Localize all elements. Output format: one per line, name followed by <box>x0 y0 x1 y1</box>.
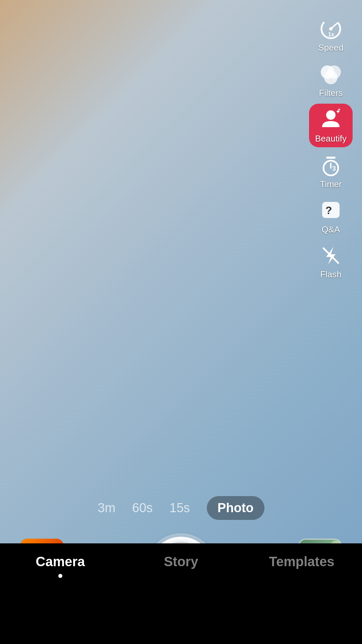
nav-label-camera: Camera <box>36 554 85 569</box>
flash-icon <box>319 244 343 268</box>
nav-item-camera[interactable]: Camera <box>0 551 121 578</box>
svg-point-2 <box>329 27 333 31</box>
qa-icon: ? <box>319 199 343 223</box>
svg-point-6 <box>324 71 338 84</box>
beautify-button[interactable]: ✦ ✦ Beautify <box>309 104 353 147</box>
svg-text:1x: 1x <box>328 32 334 37</box>
nav-label-story: Story <box>164 554 198 569</box>
svg-text:✦: ✦ <box>338 108 341 112</box>
svg-line-16 <box>323 248 338 263</box>
mode-photo[interactable]: Photo <box>207 496 264 520</box>
flash-label: Flash <box>320 270 342 279</box>
mode-selector: 3m 60s 15s Photo <box>0 496 362 520</box>
timer-label: Timer <box>320 179 342 189</box>
mode-3m[interactable]: 3m <box>98 501 116 515</box>
nav-indicator-camera <box>58 574 62 578</box>
nav-item-templates[interactable]: Templates <box>241 551 362 569</box>
svg-rect-10 <box>326 157 336 159</box>
speed-icon: 1x <box>319 17 343 41</box>
svg-point-7 <box>326 110 336 120</box>
mode-15s[interactable]: 15s <box>170 501 190 515</box>
svg-text:?: ? <box>325 204 332 216</box>
camera-controls-sidebar: 1x Speed Filters ✦ ✦ Beautify <box>309 13 353 283</box>
beautify-icon: ✦ ✦ <box>319 108 343 132</box>
bottom-nav: Camera Story Templates <box>0 543 362 644</box>
speed-label: Speed <box>318 43 343 53</box>
filters-icon <box>319 62 343 86</box>
svg-text:3: 3 <box>332 165 336 172</box>
flash-button[interactable]: Flash <box>315 240 346 283</box>
beautify-label: Beautify <box>315 134 347 144</box>
timer-button[interactable]: 3 Timer <box>315 150 346 193</box>
mode-60s[interactable]: 60s <box>132 501 153 515</box>
speed-button[interactable]: 1x Speed <box>315 13 347 56</box>
timer-icon: 3 <box>319 153 343 177</box>
nav-item-story[interactable]: Story <box>121 551 241 569</box>
filters-label: Filters <box>319 88 343 98</box>
camera-viewfinder <box>0 0 362 543</box>
qa-button[interactable]: ? Q&A <box>315 195 346 238</box>
qa-label: Q&A <box>322 225 340 234</box>
filters-button[interactable]: Filters <box>315 59 346 101</box>
nav-label-templates: Templates <box>269 554 335 569</box>
